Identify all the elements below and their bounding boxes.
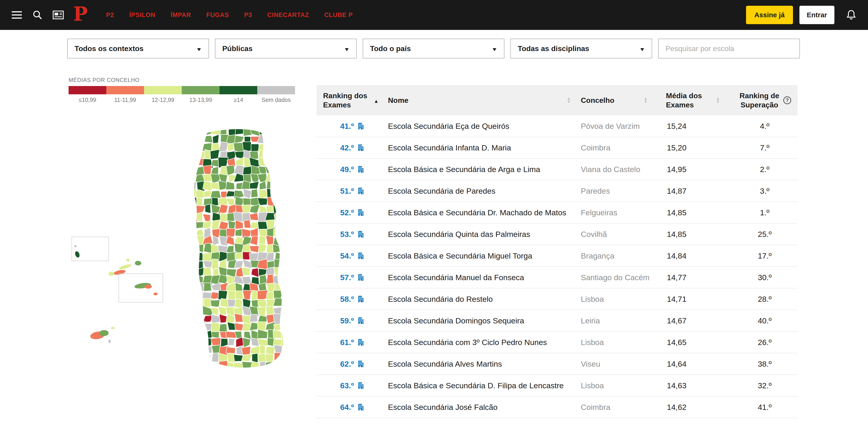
rank-link[interactable]: 61.º — [340, 338, 365, 347]
hamburger-icon — [12, 11, 22, 19]
table-row[interactable]: 59.º Escola Secundária Domingos Sequeira… — [317, 310, 798, 332]
table-row[interactable]: 61.º Escola Secundária com 3º Ciclo Pedr… — [317, 332, 798, 353]
school-superacao: 7.º — [732, 143, 798, 152]
table-row[interactable]: 57.º Escola Secundária Manuel da Fonseca… — [317, 267, 798, 288]
school-name[interactable]: Escola Secundária José Falcão — [388, 403, 581, 412]
nav-fugas[interactable]: FUGAS — [206, 11, 229, 19]
table-row[interactable]: 62.º Escola Secundária Alves Martins Vis… — [317, 353, 798, 375]
rank-link[interactable]: 51.º — [340, 187, 365, 196]
table-row[interactable]: 42.º Escola Secundária Infanta D. Maria … — [317, 137, 798, 159]
school-name[interactable]: Escola Básica e Secundária Dr. Machado d… — [388, 208, 581, 217]
school-concelho: Viana do Castelo — [581, 165, 666, 174]
rank-link[interactable]: 64.º — [340, 403, 365, 412]
school-name[interactable]: Escola Básica e Secundária D. Filipa de … — [388, 381, 581, 390]
newspaper-icon — [53, 10, 64, 20]
school-media: 14,95 — [666, 165, 732, 174]
rank-number: 49.º — [340, 165, 354, 174]
legend-swatch — [144, 86, 182, 94]
table-row[interactable]: 58.º Escola Secundária do Restelo Lisboa… — [317, 288, 798, 310]
school-concelho: Coimbra — [581, 403, 666, 412]
header-nome[interactable]: Nome — [388, 96, 581, 105]
chevron-down-icon — [492, 44, 497, 53]
schools-ranking-table: Ranking dos Exames Nome Concelho Média d… — [317, 85, 798, 418]
nav-cinecartaz[interactable]: CINECARTAZ — [268, 11, 309, 19]
subscribe-button[interactable]: Assine já — [746, 6, 793, 24]
search-button[interactable] — [27, 5, 48, 25]
rank-link[interactable]: 53.º — [340, 230, 365, 239]
nav-clube-p[interactable]: CLUBE P — [324, 11, 353, 19]
filter-region-dropdown[interactable]: Todo o país — [363, 39, 504, 58]
filter-school-type-value: Públicas — [222, 44, 253, 53]
rank-number: 42.º — [340, 143, 354, 152]
filter-subject-dropdown[interactable]: Todas as disciplinas — [510, 39, 652, 58]
sort-icon — [567, 97, 571, 103]
azores-inset[interactable] — [72, 237, 163, 302]
newspaper-button[interactable] — [48, 5, 69, 25]
header-concelho[interactable]: Concelho — [581, 96, 666, 105]
rank-number: 62.º — [340, 359, 354, 368]
table-row[interactable]: 53.º Escola Secundária Quinta das Palmei… — [317, 224, 798, 245]
header-ranking-exames-label: Ranking dos Exames — [323, 91, 370, 109]
menu-button[interactable] — [6, 5, 27, 25]
rank-link[interactable]: 52.º — [340, 208, 365, 217]
publico-logo[interactable]: P — [73, 4, 88, 24]
rank-link[interactable]: 62.º — [340, 359, 365, 368]
nav-p3[interactable]: P3 — [244, 11, 252, 19]
rank-link[interactable]: 63.º — [340, 381, 365, 390]
notifications-bell-button[interactable] — [841, 5, 862, 25]
legend-swatch — [106, 86, 144, 94]
school-name[interactable]: Escola Secundária com 3º Ciclo Pedro Nun… — [388, 338, 581, 347]
school-concelho: Viseu — [581, 359, 666, 368]
school-name[interactable]: Escola Secundária do Restelo — [388, 295, 581, 304]
filter-context-dropdown[interactable]: Todos os contextos — [67, 39, 209, 58]
nav-impar[interactable]: ÍMPAR — [170, 11, 191, 19]
school-name[interactable]: Escola Secundária Domingos Sequeira — [388, 316, 581, 325]
madeira-inset[interactable] — [90, 327, 115, 343]
nav-p2[interactable]: P2 — [106, 11, 114, 19]
nav-ipsilon[interactable]: ÍPSILON — [129, 11, 156, 19]
rank-number: 59.º — [340, 316, 354, 325]
school-building-icon — [357, 144, 365, 151]
school-name[interactable]: Escola Secundária Manuel da Fonseca — [388, 273, 581, 282]
school-name[interactable]: Escola Secundária Quinta das Palmeiras — [388, 230, 581, 239]
rank-link[interactable]: 49.º — [340, 165, 365, 174]
help-icon[interactable] — [783, 96, 791, 104]
rank-number: 54.º — [340, 251, 354, 260]
rank-number: 41.º — [340, 122, 354, 131]
rank-link[interactable]: 59.º — [340, 316, 365, 325]
rank-link[interactable]: 58.º — [340, 295, 365, 304]
table-body: 41.º Escola Secundária Eça de Queirós Pó… — [317, 116, 798, 418]
table-row[interactable]: 41.º Escola Secundária Eça de Queirós Pó… — [317, 116, 798, 137]
header-ranking-superacao[interactable]: Ranking de Superação — [732, 91, 798, 109]
school-building-icon — [357, 166, 365, 173]
table-row[interactable]: 49.º Escola Básica e Secundária de Arga … — [317, 159, 798, 180]
school-name[interactable]: Escola Secundária Eça de Queirós — [388, 122, 581, 131]
table-row[interactable]: 54.º Escola Básica e Secundária Miguel T… — [317, 245, 798, 267]
table-row[interactable]: 51.º Escola Secundária de Paredes Parede… — [317, 180, 798, 202]
rank-link[interactable]: 57.º — [340, 273, 365, 282]
school-name[interactable]: Escola Secundária Alves Martins — [388, 359, 581, 368]
table-row[interactable]: 64.º Escola Secundária José Falcão Coimb… — [317, 396, 798, 418]
school-name[interactable]: Escola Básica e Secundária de Arga e Lim… — [388, 165, 581, 174]
filter-school-type-dropdown[interactable]: Públicas — [215, 39, 357, 58]
school-building-icon — [357, 403, 365, 411]
school-concelho: Covilhã — [581, 230, 666, 239]
rank-link[interactable]: 42.º — [340, 143, 365, 152]
rank-link[interactable]: 41.º — [340, 122, 365, 131]
portugal-choropleth-map[interactable] — [69, 127, 304, 387]
school-superacao: 2.º — [732, 165, 798, 174]
rank-link[interactable]: 54.º — [340, 251, 365, 260]
school-name[interactable]: Escola Secundária Infanta D. Maria — [388, 143, 581, 152]
school-concelho: Santiago do Cacém — [581, 273, 666, 282]
mainland-concelhos[interactable] — [171, 127, 304, 387]
school-search-input[interactable] — [658, 39, 800, 58]
table-row[interactable]: 63.º Escola Básica e Secundária D. Filip… — [317, 375, 798, 396]
school-media: 14,63 — [666, 381, 732, 390]
header-media-exames[interactable]: Média dos Exames — [666, 91, 732, 109]
school-name[interactable]: Escola Básica e Secundária Miguel Torga — [388, 251, 581, 260]
header-ranking-exames[interactable]: Ranking dos Exames — [317, 91, 388, 109]
school-name[interactable]: Escola Secundária de Paredes — [388, 187, 581, 196]
table-row[interactable]: 52.º Escola Básica e Secundária Dr. Mach… — [317, 202, 798, 224]
login-button[interactable]: Entrar — [799, 6, 834, 24]
rank-number: 57.º — [340, 273, 354, 282]
